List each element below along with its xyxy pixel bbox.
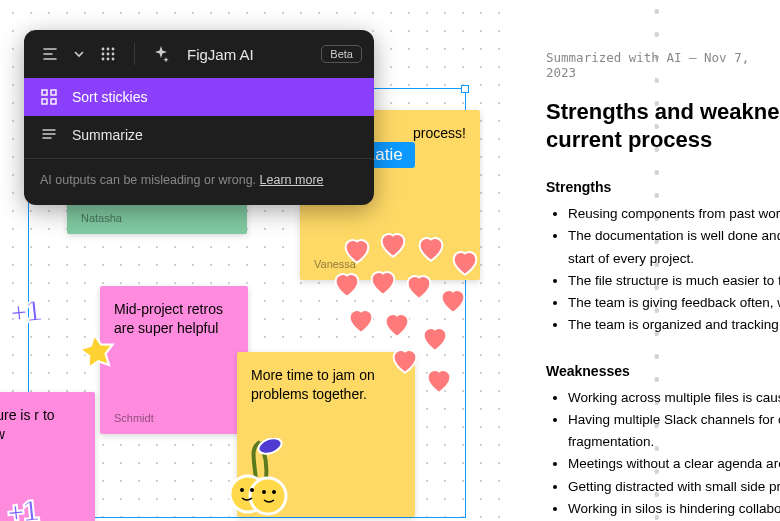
learn-more-link[interactable]: Learn more (260, 173, 324, 187)
sticky-text: Mid-project retros are super helpful (114, 300, 234, 338)
heart-sticker-cluster[interactable] (330, 225, 490, 405)
svg-point-11 (107, 53, 110, 56)
svg-point-0 (256, 438, 283, 457)
sort-stickies-icon (40, 88, 58, 106)
list-item: start of every project. (568, 248, 780, 270)
chevron-down-icon[interactable] (72, 40, 86, 68)
grid-icon[interactable] (94, 40, 122, 68)
svg-rect-16 (42, 90, 47, 95)
list-item: The team is giving feedback often, w (568, 292, 780, 314)
menu-item-summarize[interactable]: Summarize (24, 116, 374, 154)
ai-toolbar: FigJam AI Beta Sort stickies Summarize A… (24, 30, 374, 205)
heart-icon (436, 283, 470, 317)
heart-icon (448, 245, 482, 279)
disclaimer-text: AI outputs can be misleading or wrong. (40, 173, 256, 187)
selection-handle-top-right[interactable] (461, 85, 469, 93)
heart-icon (330, 267, 364, 301)
list-item: The documentation is well done and (568, 225, 780, 247)
menu-item-sort-stickies[interactable]: Sort stickies (24, 78, 374, 116)
list-item: The file structure is much easier to fo (568, 270, 780, 292)
heart-icon (418, 321, 452, 355)
list-item: The team is organized and tracking p (568, 314, 780, 336)
list-item: Meetings without a clear agenda are (568, 453, 780, 475)
list-item: fragmentation. (568, 431, 780, 453)
weaknesses-list: Working across multiple files is caus Ha… (546, 387, 780, 521)
doc-title-line: current process (546, 127, 712, 152)
align-icon[interactable] (36, 40, 64, 68)
strengths-list: Reusing components from past work The do… (546, 203, 780, 337)
list-item: Having multiple Slack channels for c (568, 409, 780, 431)
ai-disclaimer: AI outputs can be misleading or wrong. L… (24, 158, 374, 197)
sticky-author: Schmidt (114, 411, 234, 426)
list-item: Working across multiple files is caus (568, 387, 780, 409)
heart-icon (402, 269, 436, 303)
summarize-icon (40, 126, 58, 144)
svg-point-8 (107, 48, 110, 51)
svg-rect-19 (51, 99, 56, 104)
toolbar-divider (134, 43, 135, 65)
heart-icon (380, 307, 414, 341)
heart-icon (344, 303, 378, 337)
plus-one-sticker[interactable]: +1 (8, 294, 42, 331)
svg-point-6 (272, 490, 276, 494)
svg-point-7 (102, 48, 105, 51)
doc-title-line: Strengths and weaknes (546, 99, 780, 124)
toolbar-header: FigJam AI Beta (24, 30, 374, 78)
svg-rect-18 (42, 99, 47, 104)
list-item: Reusing components from past work (568, 203, 780, 225)
svg-point-10 (102, 53, 105, 56)
svg-point-3 (240, 488, 244, 492)
heart-icon (414, 231, 448, 265)
plus-one-sticker[interactable]: +1 (5, 494, 39, 521)
svg-point-12 (112, 53, 115, 56)
heart-icon (376, 227, 410, 261)
summary-document: Summarized with AI — Nov 7, 2023 Strengt… (506, 0, 780, 521)
beta-badge: Beta (321, 45, 362, 63)
doc-title: Strengths and weaknes current process (546, 98, 780, 153)
sticky-author: Natasha (81, 211, 233, 226)
star-sticker[interactable] (74, 330, 119, 375)
sparkle-icon (147, 40, 175, 68)
cherry-sticker[interactable] (220, 438, 292, 518)
heart-icon (388, 343, 422, 377)
heart-icon (422, 363, 456, 397)
svg-point-14 (107, 58, 110, 61)
sticky-note[interactable]: Mid-project retros are super helpful Sch… (100, 286, 248, 434)
svg-point-2 (250, 478, 286, 514)
menu-item-label: Summarize (72, 127, 143, 143)
heart-icon (366, 265, 400, 299)
weaknesses-heading: Weaknesses (546, 363, 780, 379)
svg-point-15 (112, 58, 115, 61)
svg-point-9 (112, 48, 115, 51)
list-item: Working in silos is hindering collabor (568, 498, 780, 520)
svg-point-13 (102, 58, 105, 61)
strengths-heading: Strengths (546, 179, 780, 195)
heart-icon (340, 233, 374, 267)
menu-item-label: Sort stickies (72, 89, 147, 105)
svg-point-4 (250, 488, 254, 492)
svg-rect-17 (51, 90, 56, 95)
sticky-text: tructure is r to follow (0, 406, 81, 444)
svg-point-5 (262, 490, 266, 494)
list-item: Getting distracted with small side pr (568, 476, 780, 498)
doc-meta: Summarized with AI — Nov 7, 2023 (546, 50, 780, 80)
toolbar-title: FigJam AI (187, 46, 313, 63)
